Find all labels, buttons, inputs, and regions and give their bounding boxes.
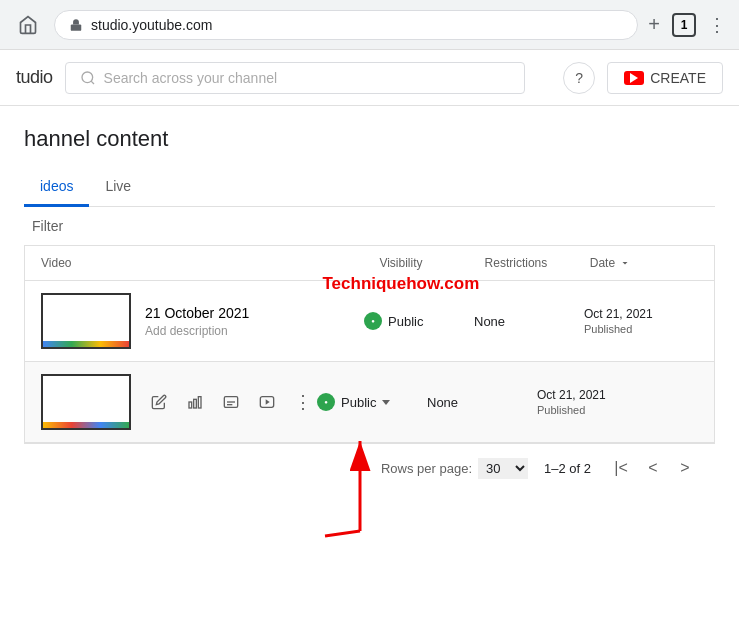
table-row: 21 October 2021 Add description Public N…: [25, 281, 714, 362]
tab-count[interactable]: 1: [672, 13, 696, 37]
subtitles-button[interactable]: [217, 388, 245, 416]
url-text: studio.youtube.com: [91, 17, 212, 33]
page-content: hannel content Techniquehow.com ideos Li…: [0, 106, 739, 492]
search-placeholder: Search across your channel: [104, 70, 278, 86]
table-row: ⋮ Public None Oct 21, 2021 Published: [25, 362, 714, 442]
content-table: Video Visibility Restrictions Date 21 Oc…: [24, 246, 715, 443]
svg-line-12: [325, 531, 360, 536]
table-header: Video Visibility Restrictions Date: [25, 246, 714, 281]
visibility-cell: Public: [364, 312, 474, 330]
svg-rect-0: [71, 24, 82, 30]
video-title: 21 October 2021: [145, 305, 364, 321]
rows-per-page-label: Rows per page:: [381, 461, 472, 476]
video-info: 21 October 2021 Add description: [131, 305, 364, 338]
date-value: Oct 21, 2021: [584, 307, 714, 321]
date-status: Published: [537, 404, 667, 416]
search-bar[interactable]: Search across your channel: [65, 62, 525, 94]
analytics-button[interactable]: [181, 388, 209, 416]
restrictions-cell: None: [427, 395, 537, 410]
home-button[interactable]: [12, 9, 44, 41]
create-button[interactable]: CREATE: [607, 62, 723, 94]
help-button[interactable]: ?: [563, 62, 595, 94]
subtitles-icon: [223, 394, 239, 410]
date-status: Published: [584, 323, 714, 335]
col-date-header: Date: [590, 256, 714, 270]
col-visibility-header: Visibility: [379, 256, 484, 270]
video-description: Add description: [145, 324, 364, 338]
tabs: ideos Live: [24, 168, 715, 207]
edit-button[interactable]: [145, 388, 173, 416]
filter-bar: Filter: [24, 207, 715, 246]
visibility-label: Public: [341, 395, 376, 410]
edit-icon: [151, 394, 167, 410]
visibility-dropdown-arrow[interactable]: [382, 400, 390, 405]
rows-per-page: Rows per page: 30 50 100: [381, 458, 528, 479]
video-thumbnail: [41, 374, 131, 430]
sort-icon: [619, 257, 631, 269]
nav-next-button[interactable]: >: [671, 454, 699, 482]
rows-per-page-select[interactable]: 30 50 100: [478, 458, 528, 479]
tab-videos[interactable]: ideos: [24, 168, 89, 207]
nav-first-button[interactable]: |<: [607, 454, 635, 482]
page-title: hannel content: [24, 126, 715, 152]
app-header: tudio Search across your channel ? CREAT…: [0, 50, 739, 106]
col-video-header: Video: [25, 256, 379, 270]
browser-actions: + 1 ⋮: [648, 13, 727, 37]
more-options-button[interactable]: ⋮: [289, 388, 317, 416]
svg-marker-9: [266, 399, 270, 404]
visibility-label: Public: [388, 314, 423, 329]
app-logo: tudio: [16, 67, 53, 88]
public-icon: [364, 312, 382, 330]
lock-icon: [69, 18, 83, 32]
svg-rect-4: [198, 397, 201, 408]
tab-live[interactable]: Live: [89, 168, 147, 207]
page-info: 1–2 of 2: [544, 461, 591, 476]
nav-prev-button[interactable]: <: [639, 454, 667, 482]
search-icon: [80, 70, 96, 86]
filter-button[interactable]: Filter: [24, 214, 71, 238]
restrictions-cell: None: [474, 314, 584, 329]
video-actions: ⋮: [131, 388, 317, 416]
create-label: CREATE: [650, 70, 706, 86]
col-restrictions-header: Restrictions: [485, 256, 590, 270]
visibility-cell: Public: [317, 393, 427, 411]
date-cell: Oct 21, 2021 Published: [537, 388, 667, 416]
pagination: Rows per page: 30 50 100 1–2 of 2 |< < >: [24, 443, 715, 492]
svg-rect-2: [189, 402, 192, 408]
new-tab-button[interactable]: +: [648, 13, 660, 36]
menu-button[interactable]: ⋮: [708, 14, 727, 36]
date-cell: Oct 21, 2021 Published: [584, 307, 714, 335]
analytics-icon: [187, 394, 203, 410]
video-thumbnail: [41, 293, 131, 349]
youtube-icon: [259, 394, 275, 410]
date-value: Oct 21, 2021: [537, 388, 667, 402]
public-icon: [317, 393, 335, 411]
page-nav: |< < >: [607, 454, 699, 482]
youtube-button[interactable]: [253, 388, 281, 416]
svg-rect-3: [194, 399, 197, 408]
create-icon: [624, 71, 644, 85]
browser-chrome: studio.youtube.com + 1 ⋮: [0, 0, 739, 50]
svg-point-1: [82, 72, 93, 83]
address-bar[interactable]: studio.youtube.com: [54, 10, 638, 40]
